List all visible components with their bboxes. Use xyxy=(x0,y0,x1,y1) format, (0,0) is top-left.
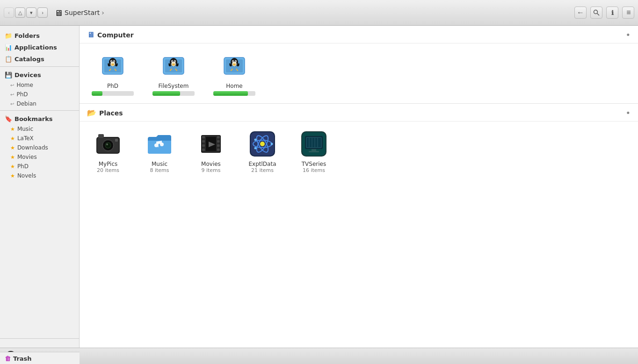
devices-label: Devices xyxy=(14,71,41,79)
svg-point-29 xyxy=(232,61,233,62)
svg-point-37 xyxy=(106,143,110,148)
drive-home-fill xyxy=(213,91,248,96)
place-music[interactable]: Music 8 items xyxy=(138,129,181,173)
place-exptldata[interactable]: ExptlData 21 items xyxy=(241,129,283,173)
svg-rect-74 xyxy=(312,149,316,151)
arrow-icon-debian: ↩ xyxy=(10,101,14,107)
computer-more[interactable]: • xyxy=(625,31,631,39)
star-icon-phd-bookmark: ★ xyxy=(10,164,15,170)
places-title-text: Places xyxy=(99,109,123,117)
drive-filesystem-label: FileSystem xyxy=(159,83,189,89)
svg-rect-73 xyxy=(318,138,321,147)
svg-point-31 xyxy=(233,64,236,65)
music-icon-wrap xyxy=(145,129,174,159)
svg-point-42 xyxy=(160,143,164,146)
search-button[interactable] xyxy=(590,7,602,19)
places-items-grid: MyPics 20 items Mu xyxy=(80,121,638,181)
forward-button[interactable]: › xyxy=(37,7,48,18)
novels-label: Novels xyxy=(17,172,36,179)
sidebar-bookmarks[interactable]: 🔖 Bookmarks xyxy=(0,113,79,124)
svg-rect-40 xyxy=(115,139,118,142)
mypics-icon-wrap xyxy=(93,129,123,159)
svg-point-63 xyxy=(254,139,257,141)
svg-point-9 xyxy=(111,61,112,62)
exptldata-count: 21 items xyxy=(251,167,274,173)
svg-rect-47 xyxy=(202,140,205,143)
statusbar: NB://SuperStart xyxy=(0,348,638,364)
sidebar-item-debian[interactable]: ↩ Debian xyxy=(0,99,79,108)
svg-point-58 xyxy=(260,142,265,146)
computer-section-header: 🖥 Computer • xyxy=(80,26,638,43)
nav-buttons: ‹ △ ▾ › xyxy=(4,7,48,18)
linux-drive-icon-phd xyxy=(99,52,127,80)
svg-point-41 xyxy=(154,143,158,147)
applications-label: Applications xyxy=(14,44,57,51)
place-movies[interactable]: Movies 9 items xyxy=(190,129,232,173)
divider-1 xyxy=(0,66,79,67)
computer-title: 🖥 Computer xyxy=(87,30,134,39)
place-tvseries[interactable]: TVSeries 16 items xyxy=(293,129,335,173)
tvseries-count: 16 items xyxy=(303,167,325,173)
info-button[interactable]: ℹ xyxy=(606,7,618,19)
sidebar-item-latex[interactable]: ★ LaTeX xyxy=(0,134,79,143)
movies-icon xyxy=(197,130,225,157)
sidebar-devices[interactable]: 💾 Devices xyxy=(0,69,79,80)
drive-filesystem-icon-wrap xyxy=(159,51,188,81)
computer-title-text: Computer xyxy=(97,31,134,39)
downloads-label: Downloads xyxy=(17,144,48,151)
place-mypics[interactable]: MyPics 20 items xyxy=(87,129,129,173)
places-more[interactable]: • xyxy=(625,109,631,117)
latex-label: LaTeX xyxy=(17,135,34,142)
breadcrumb: 🖥 SuperStart › xyxy=(54,8,572,18)
sidebar: 📁 Folders 📊 Applications 📋 Catalogs 💾 De… xyxy=(0,26,80,348)
movies-label: Movies xyxy=(17,154,37,160)
sidebar-item-music[interactable]: ★ Music xyxy=(0,124,79,134)
sidebar-item-phd[interactable]: ↩ PhD xyxy=(0,90,79,99)
star-icon-music: ★ xyxy=(10,126,15,132)
applications-icon: 📊 xyxy=(5,44,12,51)
arrow-icon-phd: ↩ xyxy=(10,92,14,97)
svg-point-19 xyxy=(172,61,173,62)
sidebar-catalogs[interactable]: 📋 Catalogs xyxy=(0,53,79,64)
back-button[interactable]: ‹ xyxy=(4,7,14,18)
breadcrumb-title[interactable]: SuperStart xyxy=(65,9,100,16)
breadcrumb-icon: 🖥 xyxy=(54,8,63,18)
star-icon-novels: ★ xyxy=(10,173,15,179)
bookmarks-label: Bookmarks xyxy=(14,115,53,122)
sidebar-item-novels[interactable]: ★ Novels xyxy=(0,171,79,180)
drive-home-icon-wrap xyxy=(219,51,249,81)
phd-bookmark-label: PhD xyxy=(17,163,29,170)
drive-phd[interactable]: PhD xyxy=(87,51,138,96)
drive-phd-icon-wrap xyxy=(98,51,128,81)
sidebar-item-home[interactable]: ↩ Home xyxy=(0,80,79,90)
home-label: Home xyxy=(16,82,33,88)
drive-home[interactable]: Home xyxy=(209,51,260,96)
movies-icon-wrap xyxy=(196,129,226,159)
music-count: 8 items xyxy=(150,167,169,173)
sidebar-applications[interactable]: 📊 Applications xyxy=(0,41,79,53)
tvseries-label: TVSeries xyxy=(302,161,326,167)
music-bookmark-label: Music xyxy=(17,126,33,132)
linux-drive-icon-filesystem xyxy=(160,52,188,80)
sidebar-item-movies[interactable]: ★ Movies xyxy=(0,152,79,162)
svg-point-20 xyxy=(174,61,175,62)
sidebar-item-downloads[interactable]: ★ Downloads xyxy=(0,143,79,152)
svg-line-1 xyxy=(597,14,600,16)
exptldata-icon-wrap xyxy=(247,129,277,159)
drive-filesystem[interactable]: FileSystem xyxy=(148,51,199,96)
devices-icon: 💾 xyxy=(5,71,12,79)
menu-button[interactable]: ≡ xyxy=(622,7,634,19)
down-button[interactable]: ▾ xyxy=(26,7,36,18)
sidebar-item-phd-bookmark[interactable]: ★ PhD xyxy=(0,162,79,171)
computer-icon: 🖥 xyxy=(87,30,94,39)
up-button[interactable]: △ xyxy=(15,7,25,18)
svg-rect-49 xyxy=(202,149,205,151)
sidebar-folders[interactable]: 📁 Folders xyxy=(0,29,79,41)
back-nav-button[interactable]: ← xyxy=(574,7,587,19)
star-icon-downloads: ★ xyxy=(10,145,15,151)
breadcrumb-separator: › xyxy=(102,9,104,16)
folders-icon: 📁 xyxy=(5,32,12,39)
camera-icon xyxy=(94,130,122,157)
places-title: 📂 Places xyxy=(87,108,123,117)
main-layout: 📁 Folders 📊 Applications 📋 Catalogs 💾 De… xyxy=(0,26,638,348)
